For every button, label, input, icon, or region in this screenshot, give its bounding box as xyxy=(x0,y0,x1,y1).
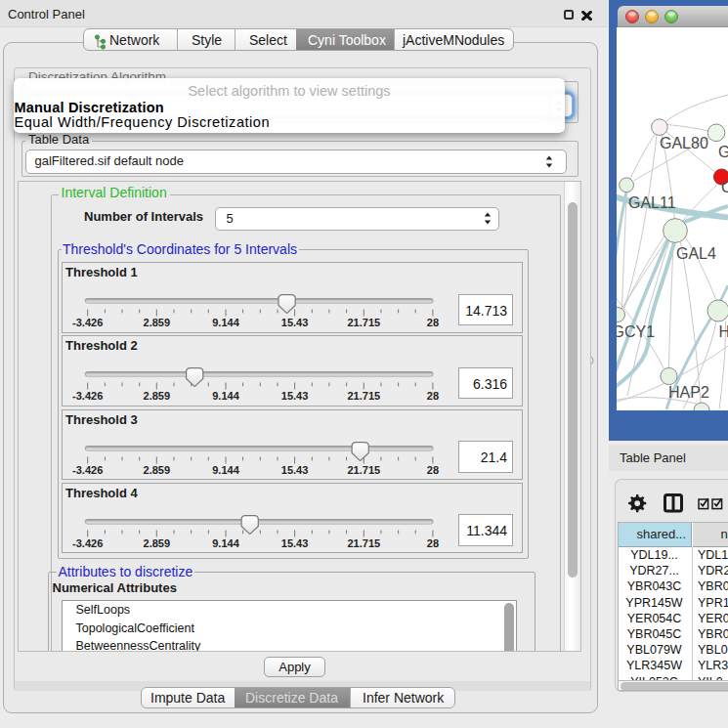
svg-text:15.43: 15.43 xyxy=(281,536,309,548)
svg-text:21.715: 21.715 xyxy=(347,390,380,402)
svg-text:9.144: 9.144 xyxy=(212,536,239,548)
svg-text:15.43: 15.43 xyxy=(281,463,309,475)
svg-text:GAL4: GAL4 xyxy=(676,245,716,262)
svg-text:GCY1: GCY1 xyxy=(617,323,655,340)
svg-text:9.144: 9.144 xyxy=(212,317,239,328)
svg-text:15.43: 15.43 xyxy=(281,317,309,328)
svg-text:2.859: 2.859 xyxy=(144,390,171,402)
svg-text:-3.426: -3.426 xyxy=(72,317,103,328)
svg-text:28: 28 xyxy=(427,390,439,402)
svg-text:-3.426: -3.426 xyxy=(72,536,103,548)
svg-text:28: 28 xyxy=(427,317,439,328)
svg-text:C: C xyxy=(721,179,728,195)
svg-text:H: H xyxy=(719,323,728,340)
svg-text:21.715: 21.715 xyxy=(347,317,380,328)
svg-text:28: 28 xyxy=(427,536,439,548)
svg-text:-3.426: -3.426 xyxy=(72,463,103,475)
svg-text:-3.426: -3.426 xyxy=(72,390,103,402)
svg-text:2.859: 2.859 xyxy=(144,463,171,475)
svg-text:HAP2: HAP2 xyxy=(668,384,709,401)
svg-text:GAL11: GAL11 xyxy=(628,194,676,211)
svg-text:9.144: 9.144 xyxy=(212,390,239,402)
svg-text:2.859: 2.859 xyxy=(144,317,171,328)
svg-text:9.144: 9.144 xyxy=(212,463,239,475)
svg-text:2.859: 2.859 xyxy=(144,536,171,548)
svg-text:21.715: 21.715 xyxy=(347,463,380,475)
svg-text:28: 28 xyxy=(427,463,439,475)
svg-text:GAL80: GAL80 xyxy=(660,135,708,151)
svg-text:G.: G. xyxy=(718,144,728,160)
svg-text:21.715: 21.715 xyxy=(347,536,380,548)
svg-text:15.43: 15.43 xyxy=(281,390,309,402)
